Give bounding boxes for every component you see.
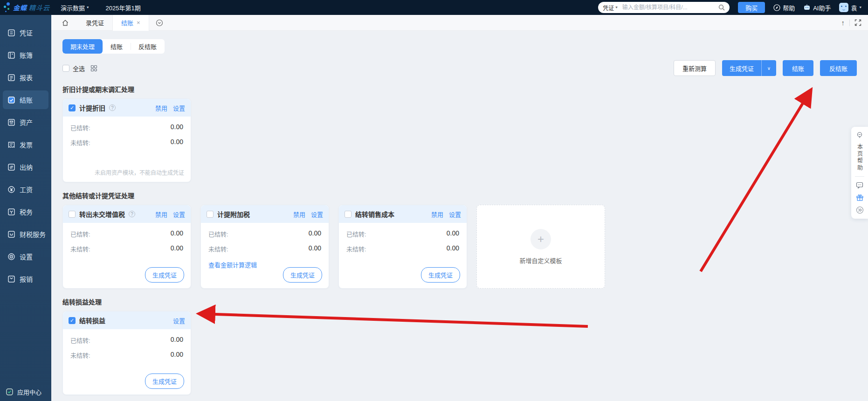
- feedback-chat-icon[interactable]: [856, 181, 863, 189]
- card-vat-transfer: 转出未交增值税 ? 禁用 设置 已结转:0.00 未结转:0.00 生成凭证: [62, 205, 191, 289]
- card-header: 结转损益 设置: [63, 311, 191, 329]
- close-icon[interactable]: ×: [137, 19, 140, 26]
- app-center-button[interactable]: 应用中心: [0, 385, 51, 398]
- period-label: 2025年第1期: [106, 3, 141, 12]
- tab-period-end-processing[interactable]: 期末处理: [62, 39, 103, 54]
- help-button[interactable]: 帮助: [773, 3, 795, 12]
- carried-over-row: 已结转: 0.00: [70, 123, 183, 132]
- row-value: 0.00: [447, 229, 459, 238]
- invoice-icon: [7, 141, 15, 149]
- sidebar-item-reports[interactable]: 报表: [3, 68, 48, 87]
- card-checkbox[interactable]: [207, 211, 214, 218]
- row-label: 已结转:: [70, 229, 90, 238]
- disable-link[interactable]: 禁用: [431, 210, 443, 219]
- generate-voucher-split-button: 生成凭证 ∨: [722, 60, 776, 76]
- settings-link[interactable]: 设置: [311, 210, 323, 219]
- user-menu[interactable]: 袁 ▾: [839, 3, 861, 12]
- tab-history-dropdown-icon[interactable]: [156, 19, 163, 27]
- row-value: 0.00: [447, 244, 459, 253]
- sidebar-item-ledger[interactable]: 账簿: [3, 46, 48, 64]
- tab-reverse-close[interactable]: 反结账: [131, 39, 165, 54]
- settings-link[interactable]: 设置: [173, 104, 185, 112]
- sidebar-item-finance-service[interactable]: 财税服务: [3, 225, 48, 243]
- card-checkbox[interactable]: [344, 211, 351, 218]
- divider: [849, 20, 850, 26]
- sidebar-item-voucher[interactable]: 凭证: [3, 23, 48, 42]
- select-all[interactable]: 全选: [62, 64, 85, 73]
- section-title-depreciation: 折旧计提或期末调汇处理: [62, 84, 857, 94]
- card-cost-of-sales: 结转销售成本 禁用 设置 已结转:0.00 未结转:0.00 生成凭证: [338, 205, 467, 289]
- card-title: 计提附加税: [217, 209, 250, 219]
- closing-page: 期末处理 结账 反结账 全选 重新测算 生成凭证 ∨: [51, 31, 868, 401]
- fullscreen-icon[interactable]: [854, 19, 861, 26]
- tab-voucher-entry[interactable]: 录凭证: [77, 15, 112, 31]
- asset-icon: [7, 118, 15, 126]
- ai-assistant-button[interactable]: AI助手: [803, 3, 831, 12]
- card-title: 转出未交增值税: [79, 209, 125, 219]
- accounting-period[interactable]: 2025年第1期: [106, 3, 141, 12]
- sidebar-item-closing[interactable]: 结账: [3, 90, 48, 109]
- help-question-icon[interactable]: ?: [129, 211, 135, 217]
- search-scope-dropdown[interactable]: 凭证 ▾: [603, 4, 618, 12]
- settings-link[interactable]: 设置: [449, 210, 461, 219]
- tab-closing[interactable]: 结账 ×: [112, 15, 149, 31]
- disable-link[interactable]: 禁用: [155, 210, 167, 219]
- sidebar-item-label: 凭证: [20, 28, 33, 37]
- sidebar-item-expense[interactable]: 报销: [3, 270, 48, 288]
- closing-mode-tabs: 期末处理 结账 反结账: [62, 39, 165, 54]
- sidebar-item-cashier[interactable]: 出纳: [3, 158, 48, 176]
- help-question-icon[interactable]: ?: [109, 104, 116, 111]
- settings-link[interactable]: 设置: [173, 210, 185, 219]
- disable-link[interactable]: 禁用: [293, 210, 305, 219]
- tab-close-period[interactable]: 结账: [103, 39, 131, 54]
- row-label: 未结转:: [70, 138, 90, 147]
- card-title: 结转损益: [79, 316, 105, 325]
- add-custom-template-card[interactable]: + 新增自定义模板: [476, 205, 605, 289]
- bulb-icon[interactable]: [856, 131, 863, 139]
- chevron-down-icon[interactable]: ∨: [761, 60, 776, 76]
- gift-icon[interactable]: [856, 194, 864, 201]
- sidebar-item-payroll[interactable]: 工资: [3, 180, 48, 199]
- scroll-top-icon[interactable]: ↑: [841, 19, 845, 27]
- disable-link[interactable]: 禁用: [155, 104, 167, 112]
- generate-voucher-card-button[interactable]: 生成凭证: [145, 373, 184, 389]
- section-title-other-carryover: 其他结转或计提凭证处理: [62, 191, 857, 200]
- sidebar-item-label: 工资: [20, 185, 33, 194]
- recalculate-button[interactable]: 重新测算: [674, 60, 716, 76]
- row-value: 0.00: [171, 351, 183, 360]
- buy-button[interactable]: 购买: [738, 2, 765, 13]
- expense-icon: [7, 275, 15, 283]
- card-checkbox[interactable]: [69, 211, 76, 218]
- generate-voucher-card-button[interactable]: 生成凭证: [283, 267, 322, 283]
- sidebar-item-tax[interactable]: 税务: [3, 202, 48, 221]
- sidebar-item-label: 账簿: [20, 50, 33, 60]
- generate-voucher-button[interactable]: 生成凭证: [722, 60, 761, 76]
- row-value: 0.00: [171, 244, 183, 253]
- row-label: 已结转:: [70, 336, 90, 345]
- collapse-chevrons-icon[interactable]: [856, 206, 864, 214]
- view-calc-logic-link[interactable]: 查看金额计算逻辑: [208, 260, 257, 269]
- sidebar-item-label: 税务: [20, 207, 33, 216]
- generate-voucher-card-button[interactable]: 生成凭证: [421, 267, 460, 283]
- layout-grid-icon[interactable]: [90, 65, 97, 72]
- reverse-close-button[interactable]: 反结账: [820, 60, 857, 76]
- card-depreciation: 计提折旧 ? 禁用 设置 已结转: 0.00 未结转: 0.00: [62, 98, 191, 182]
- search-icon[interactable]: [718, 4, 725, 11]
- search-input[interactable]: [622, 4, 718, 11]
- sidebar-nav: 凭证 账簿 报表 结账 资产 发票 出纳 工资 税务 财税服务 设置: [0, 15, 51, 401]
- company-selector[interactable]: 演示数据 ▾: [61, 3, 89, 12]
- chevron-down-icon: ▾: [859, 6, 861, 9]
- settings-link[interactable]: 设置: [173, 316, 185, 325]
- select-all-checkbox[interactable]: [62, 65, 69, 72]
- page-help-label[interactable]: 本页帮助: [856, 144, 864, 172]
- card-checkbox[interactable]: [69, 104, 76, 111]
- close-period-button[interactable]: 结账: [783, 60, 813, 76]
- content-area: 录凭证 结账 × ↑ 期末处理 结账 反结账: [51, 15, 868, 401]
- home-icon[interactable]: [62, 19, 69, 27]
- card-checkbox[interactable]: [69, 317, 76, 324]
- page-help-floatbar: 本页帮助: [851, 127, 868, 219]
- sidebar-item-settings[interactable]: 设置: [3, 247, 48, 266]
- generate-voucher-card-button[interactable]: 生成凭证: [145, 267, 184, 283]
- sidebar-item-invoice[interactable]: 发票: [3, 135, 48, 154]
- sidebar-item-assets[interactable]: 资产: [3, 113, 48, 131]
